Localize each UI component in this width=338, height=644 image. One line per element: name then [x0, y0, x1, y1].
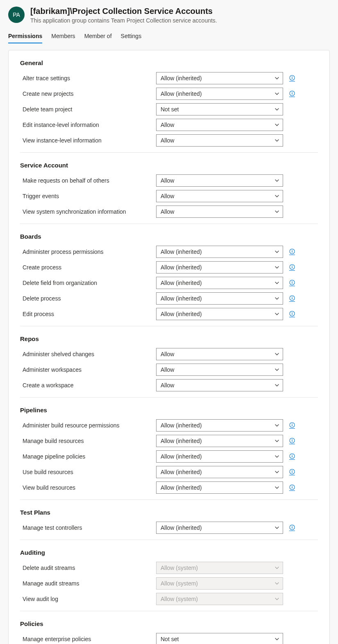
info-icon[interactable] [289, 311, 295, 317]
permission-value: Allow (inherited) [161, 469, 202, 475]
permission-dropdown[interactable]: Allow [156, 174, 283, 187]
info-icon[interactable] [289, 249, 295, 255]
permission-dropdown[interactable]: Allow (inherited) [156, 522, 283, 534]
section-rows: Administer build resource permissionsAll… [20, 418, 318, 495]
permission-label: View build resources [20, 484, 151, 491]
permission-dropdown[interactable]: Allow [156, 379, 283, 391]
info-icon[interactable] [289, 438, 295, 444]
chevron-down-icon [274, 249, 279, 254]
permission-row: Manage enterprise policiesNot set [20, 631, 318, 644]
chevron-down-icon [274, 194, 279, 199]
tab-settings[interactable]: Settings [121, 30, 142, 43]
section-rows: Alter trace settingsAllow (inherited)Cre… [20, 70, 318, 148]
section-test-plans: Test PlansManage test controllersAllow (… [20, 509, 318, 540]
permission-dropdown[interactable]: Allow (inherited) [156, 261, 283, 273]
info-icon[interactable] [289, 453, 295, 460]
chevron-down-icon [274, 138, 279, 143]
permission-dropdown[interactable]: Allow (inherited) [156, 292, 283, 305]
permission-value: Allow [161, 366, 174, 373]
permission-row: Administer shelved changesAllow [20, 346, 318, 362]
svg-point-34 [292, 486, 293, 486]
section-title: Policies [20, 620, 318, 627]
section-title: Boards [20, 233, 318, 240]
permission-dropdown[interactable]: Allow [156, 190, 283, 202]
svg-rect-11 [292, 267, 292, 268]
tab-permissions[interactable]: Permissions [8, 30, 42, 43]
permission-label: Administer build resource permissions [20, 422, 151, 429]
info-icon[interactable] [289, 524, 295, 531]
info-icon[interactable] [289, 469, 295, 475]
chevron-down-icon [274, 637, 279, 642]
permission-dropdown[interactable]: Not set [156, 103, 283, 115]
permission-row: View build resourcesAllow (inherited) [20, 480, 318, 495]
svg-point-16 [292, 296, 293, 297]
permissions-panel: GeneralAlter trace settingsAllow (inheri… [8, 50, 330, 644]
permission-value: Allow [161, 137, 174, 144]
permission-dropdown[interactable]: Allow (inherited) [156, 435, 283, 447]
permission-dropdown[interactable]: Allow [156, 206, 283, 218]
permission-value: Allow (system) [161, 596, 198, 602]
permission-dropdown[interactable]: Allow (inherited) [156, 466, 283, 478]
chevron-down-icon [274, 565, 279, 570]
permission-dropdown[interactable]: Allow [156, 348, 283, 360]
section-repos: ReposAdminister shelved changesAllowAdmi… [20, 335, 318, 398]
permission-dropdown[interactable]: Allow [156, 119, 283, 131]
permission-dropdown[interactable]: Allow (inherited) [156, 419, 283, 432]
chevron-down-icon [274, 296, 279, 301]
avatar-initials: PA [13, 11, 20, 18]
permission-value: Allow (inherited) [161, 295, 202, 302]
info-icon[interactable] [289, 264, 295, 271]
tab-bar: PermissionsMembersMember ofSettings [0, 26, 338, 43]
section-rows: Manage test controllersAllow (inherited) [20, 520, 318, 536]
info-icon[interactable] [289, 484, 295, 491]
section-rows: Make requests on behalf of othersAllowTr… [20, 173, 318, 219]
section-title: General [20, 59, 318, 66]
permission-dropdown[interactable]: Allow [156, 134, 283, 147]
chevron-down-icon [274, 485, 279, 490]
info-icon[interactable] [289, 422, 295, 429]
info-icon[interactable] [289, 295, 295, 302]
chevron-down-icon [274, 470, 279, 475]
permission-dropdown[interactable]: Allow (inherited) [156, 246, 283, 258]
permission-row: Administer workspacesAllow [20, 362, 318, 377]
section-divider [20, 397, 318, 398]
section-service-account: Service AccountMake requests on behalf o… [20, 162, 318, 224]
permission-dropdown[interactable]: Allow (inherited) [156, 450, 283, 463]
permission-value: Allow (inherited) [161, 524, 202, 531]
permission-dropdown[interactable]: Allow (inherited) [156, 308, 283, 320]
section-divider [20, 224, 318, 224]
permission-dropdown: Allow (system) [156, 593, 283, 605]
svg-rect-5 [292, 93, 292, 95]
permission-value: Allow (inherited) [161, 264, 202, 271]
svg-point-22 [292, 423, 293, 424]
permission-dropdown[interactable]: Allow (inherited) [156, 72, 283, 84]
info-icon[interactable] [289, 90, 295, 97]
permission-label: Manage pipeline policies [20, 453, 151, 460]
permission-value: Allow (inherited) [161, 311, 202, 317]
permission-value: Allow (inherited) [161, 75, 202, 81]
tab-member-of[interactable]: Member of [84, 30, 112, 43]
svg-point-37 [292, 526, 293, 526]
permission-label: Manage enterprise policies [20, 636, 151, 642]
info-icon[interactable] [289, 280, 295, 286]
permission-value: Allow (inherited) [161, 453, 202, 460]
permission-dropdown[interactable]: Allow (inherited) [156, 277, 283, 289]
permission-dropdown[interactable]: Allow (inherited) [156, 481, 283, 494]
permission-label: Delete process [20, 295, 151, 302]
permission-row: Manage test controllersAllow (inherited) [20, 520, 318, 536]
chevron-down-icon [274, 383, 279, 388]
section-policies: PoliciesManage enterprise policiesNot se… [20, 620, 318, 644]
svg-point-1 [292, 76, 293, 77]
permission-dropdown[interactable]: Allow (inherited) [156, 88, 283, 100]
permission-dropdown[interactable]: Allow [156, 364, 283, 376]
chevron-down-icon [274, 122, 279, 127]
section-rows: Administer process permissionsAllow (inh… [20, 244, 318, 322]
tab-label: Member of [84, 33, 112, 39]
permission-row: Administer build resource permissionsAll… [20, 418, 318, 433]
svg-rect-32 [292, 471, 292, 473]
permission-row: Create new projectsAllow (inherited) [20, 86, 318, 102]
permission-dropdown[interactable]: Not set [156, 633, 283, 644]
section-rows: Manage enterprise policiesNot set [20, 631, 318, 644]
info-icon[interactable] [289, 75, 295, 81]
tab-members[interactable]: Members [51, 30, 75, 43]
